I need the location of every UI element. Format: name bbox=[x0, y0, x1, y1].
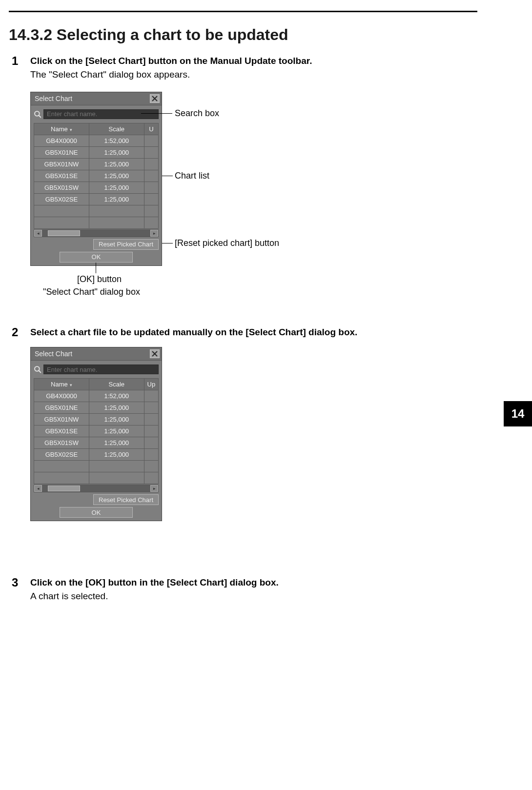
reset-picked-chart-button[interactable]: Reset Picked Chart bbox=[93, 239, 159, 250]
close-button[interactable] bbox=[150, 94, 160, 103]
col-header-u[interactable]: U bbox=[144, 123, 158, 135]
table-row[interactable]: GB5X01NW1:25,000 bbox=[34, 158, 159, 170]
section-heading: 14.3.2 Selecting a chart to be updated bbox=[9, 26, 512, 44]
top-rule bbox=[9, 11, 477, 12]
step-3: 3 Click on the [OK] button in the [Selec… bbox=[9, 576, 512, 602]
scroll-left-button[interactable]: ◂ bbox=[34, 485, 42, 492]
annotation-chart-list: Chart list bbox=[175, 171, 209, 181]
sort-icon: ▾ bbox=[70, 127, 72, 132]
search-input[interactable] bbox=[43, 365, 159, 374]
horizontal-scrollbar[interactable]: ◂ ▸ bbox=[34, 229, 159, 237]
annotation-ok-button: [OK] button bbox=[77, 274, 122, 284]
table-row[interactable]: GB5X02SE1:25,000 bbox=[34, 449, 159, 461]
leader-line bbox=[96, 263, 96, 273]
ok-button[interactable]: OK bbox=[60, 252, 133, 263]
step-1: 1 Click on the [Select Chart] button on … bbox=[9, 55, 512, 302]
col-header-scale[interactable]: Scale bbox=[89, 379, 144, 390]
col-header-name[interactable]: Name▾ bbox=[34, 123, 89, 135]
search-icon bbox=[34, 110, 41, 118]
step-3-sub: A chart is selected. bbox=[30, 591, 512, 602]
dialog-caption: "Select Chart" dialog box bbox=[43, 287, 140, 297]
dialog-title: Select Chart bbox=[35, 350, 72, 358]
step-2-lead: Select a chart file to be updated manual… bbox=[30, 326, 512, 339]
step-1-lead: Click on the [Select Chart] button on th… bbox=[30, 55, 512, 67]
step-number: 1 bbox=[9, 55, 30, 302]
scroll-left-button[interactable]: ◂ bbox=[34, 230, 42, 237]
svg-point-6 bbox=[35, 366, 40, 371]
close-button[interactable] bbox=[150, 349, 160, 358]
table-row[interactable]: GB5X02SE1:25,000 bbox=[34, 193, 159, 205]
sort-icon: ▾ bbox=[70, 383, 72, 387]
svg-line-3 bbox=[39, 115, 41, 117]
scroll-thumb[interactable] bbox=[48, 230, 80, 236]
chapter-tab: 14 bbox=[504, 401, 532, 426]
select-chart-dialog: Select Chart bbox=[30, 92, 162, 266]
horizontal-scrollbar[interactable]: ◂ ▸ bbox=[34, 485, 159, 492]
table-row[interactable]: GB5X01SE1:25,000 bbox=[34, 425, 159, 437]
close-icon bbox=[152, 351, 158, 357]
scroll-right-button[interactable]: ▸ bbox=[150, 230, 158, 237]
table-row[interactable] bbox=[34, 472, 159, 484]
table-row[interactable]: GB5X01NE1:25,000 bbox=[34, 146, 159, 158]
step-3-lead: Click on the [OK] button in the [Select … bbox=[30, 576, 512, 589]
table-row[interactable]: GB5X01NW1:25,000 bbox=[34, 414, 159, 425]
scroll-right-button[interactable]: ▸ bbox=[150, 485, 158, 492]
scroll-thumb[interactable] bbox=[48, 486, 80, 491]
step-1-sub: The "Select Chart" dialog box appears. bbox=[30, 69, 512, 80]
annotation-reset-button: [Reset picked chart] button bbox=[175, 238, 279, 248]
dialog-titlebar[interactable]: Select Chart bbox=[31, 347, 162, 361]
table-row[interactable] bbox=[34, 461, 159, 472]
leader-line bbox=[162, 176, 173, 176]
close-icon bbox=[152, 96, 158, 101]
leader-line bbox=[141, 113, 172, 114]
table-row[interactable]: GB5X01SW1:25,000 bbox=[34, 437, 159, 449]
search-input[interactable] bbox=[43, 109, 159, 119]
select-chart-dialog: Select Chart bbox=[30, 347, 162, 521]
table-row[interactable] bbox=[34, 217, 159, 228]
leader-line bbox=[162, 243, 173, 243]
table-row[interactable]: GB5X01SW1:25,000 bbox=[34, 182, 159, 193]
dialog-title: Select Chart bbox=[35, 95, 72, 102]
col-header-u[interactable]: Up bbox=[144, 379, 158, 390]
table-row[interactable]: GB4X00001:52,000 bbox=[34, 390, 159, 402]
step-number: 3 bbox=[9, 576, 30, 602]
table-row[interactable]: GB5X01NE1:25,000 bbox=[34, 402, 159, 414]
step-number: 2 bbox=[9, 326, 30, 552]
annotation-search-box: Search box bbox=[175, 108, 219, 119]
dialog-titlebar[interactable]: Select Chart bbox=[31, 92, 162, 105]
table-row[interactable]: GB5X01SE1:25,000 bbox=[34, 170, 159, 182]
search-icon bbox=[34, 365, 41, 373]
chart-list-table[interactable]: Name▾ Scale Up GB4X00001:52,000 GB5X01NE… bbox=[34, 378, 159, 484]
table-row[interactable] bbox=[34, 205, 159, 217]
table-row[interactable]: GB4X00001:52,000 bbox=[34, 135, 159, 146]
scroll-track[interactable] bbox=[42, 230, 150, 237]
col-header-scale[interactable]: Scale bbox=[89, 123, 144, 135]
svg-point-2 bbox=[35, 111, 40, 116]
reset-picked-chart-button[interactable]: Reset Picked Chart bbox=[93, 494, 159, 505]
svg-line-7 bbox=[39, 371, 41, 373]
chart-list-table[interactable]: Name▾ Scale U GB4X00001:52,000 GB5X01NE1… bbox=[34, 123, 159, 229]
col-header-name[interactable]: Name▾ bbox=[34, 379, 89, 390]
scroll-track[interactable] bbox=[42, 485, 150, 492]
step-2: 2 Select a chart file to be updated manu… bbox=[9, 326, 512, 552]
ok-button[interactable]: OK bbox=[60, 507, 133, 518]
